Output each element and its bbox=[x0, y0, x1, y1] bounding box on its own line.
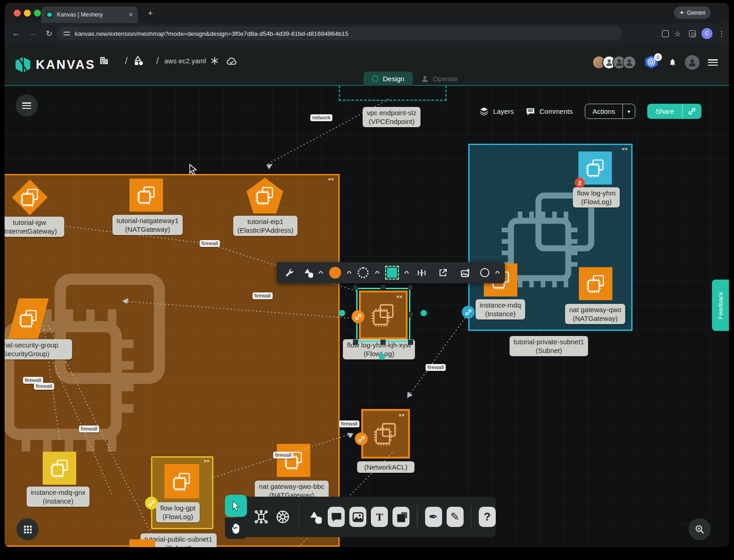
pan-tool-button[interactable] bbox=[225, 518, 247, 539]
notifications-icon[interactable] bbox=[668, 58, 677, 67]
resize-handle[interactable] bbox=[353, 340, 358, 345]
back-icon[interactable]: ← bbox=[11, 29, 21, 38]
resize-handle[interactable] bbox=[353, 285, 358, 290]
kebab-menu-icon[interactable]: ⋮ bbox=[718, 29, 725, 38]
link-badge[interactable] bbox=[462, 306, 475, 319]
address-bar[interactable]: kanvas.new/extension/meshmap?mode=design… bbox=[57, 27, 622, 40]
chevron-up-icon[interactable]: ^ bbox=[495, 269, 500, 276]
forward-icon[interactable]: → bbox=[28, 29, 38, 38]
edge-handle[interactable] bbox=[420, 310, 427, 316]
open-in-new-icon[interactable] bbox=[434, 268, 452, 277]
resize-handle[interactable] bbox=[408, 340, 413, 345]
border-width-icon[interactable] bbox=[412, 268, 431, 278]
tab-title: Kanvas | Meshery bbox=[57, 11, 125, 18]
border-style-icon[interactable] bbox=[355, 267, 371, 278]
node-partial[interactable] bbox=[129, 539, 155, 547]
image-tool-icon[interactable] bbox=[349, 507, 366, 527]
node-nat-gateway-1[interactable] bbox=[129, 179, 163, 212]
pencil-tool-icon[interactable]: ✎ bbox=[447, 507, 464, 527]
edge-handle[interactable] bbox=[379, 353, 385, 360]
fill-color-icon[interactable] bbox=[327, 267, 343, 279]
close-window-button[interactable] bbox=[14, 10, 21, 17]
save-page-icon[interactable] bbox=[662, 30, 669, 37]
tab-design[interactable]: Design bbox=[364, 72, 413, 86]
collapse-icon[interactable]: ✕✕ bbox=[203, 459, 209, 463]
workspace-icon[interactable] bbox=[133, 55, 143, 65]
kanvas-logo[interactable]: KANVAS bbox=[16, 57, 95, 73]
edge-handle[interactable] bbox=[339, 310, 345, 316]
environment-button[interactable]: 0 bbox=[644, 56, 660, 69]
pen-tool-icon[interactable]: ✒ bbox=[425, 507, 442, 527]
comment-tool-icon[interactable] bbox=[328, 507, 345, 527]
shape-color-icon[interactable] bbox=[383, 268, 401, 278]
canvas-menu-button[interactable] bbox=[16, 95, 38, 117]
collapse-icon[interactable]: ✕✕ bbox=[622, 147, 628, 151]
minimize-window-button[interactable] bbox=[24, 10, 31, 17]
chevron-up-icon[interactable]: ^ bbox=[318, 269, 323, 276]
node-nat-gateway-bbc[interactable] bbox=[277, 444, 310, 477]
meshery-favicon bbox=[46, 11, 53, 18]
component-mesh-icon[interactable] bbox=[252, 507, 269, 527]
add-image-icon[interactable] bbox=[455, 268, 475, 278]
chrome-profile-avatar[interactable]: C bbox=[701, 28, 712, 39]
reload-icon[interactable]: ↻ bbox=[44, 29, 54, 39]
chevron-up-icon[interactable]: ^ bbox=[404, 269, 409, 276]
collaborator-avatars[interactable] bbox=[592, 56, 636, 69]
sidepanel-icon[interactable] bbox=[689, 30, 696, 37]
bookmark-star-icon[interactable]: ☆ bbox=[674, 29, 681, 38]
resize-handle[interactable] bbox=[381, 340, 386, 345]
circle-tool-icon[interactable] bbox=[478, 268, 492, 277]
new-tab-button[interactable]: + bbox=[148, 8, 153, 18]
maximize-window-button[interactable] bbox=[34, 10, 41, 17]
actions-button[interactable]: Actions ▾ bbox=[585, 104, 635, 119]
org-icon[interactable] bbox=[99, 55, 109, 65]
resize-handle[interactable] bbox=[408, 312, 413, 317]
resize-handle[interactable] bbox=[408, 285, 413, 290]
selection-border bbox=[356, 288, 410, 342]
share-link-icon[interactable] bbox=[682, 104, 701, 119]
node-instance-gnx[interactable] bbox=[43, 452, 76, 485]
comments-button[interactable]: Comments bbox=[526, 106, 573, 116]
link-badge[interactable] bbox=[145, 497, 158, 510]
node-nat-gateway-qwo[interactable] bbox=[579, 267, 612, 300]
zoom-button[interactable] bbox=[689, 518, 711, 540]
collapse-icon[interactable]: ✕✕ bbox=[396, 295, 402, 299]
shapes-panel-icon[interactable] bbox=[306, 507, 323, 527]
kubernetes-tool-icon[interactable] bbox=[274, 507, 291, 527]
chevron-up-icon[interactable]: ^ bbox=[347, 269, 352, 276]
link-badge[interactable] bbox=[355, 432, 368, 445]
select-tool-button[interactable] bbox=[225, 495, 247, 517]
text-tool-icon[interactable]: T bbox=[371, 507, 388, 527]
edge-label: firewall bbox=[200, 240, 220, 247]
actions-dropdown-icon[interactable]: ▾ bbox=[622, 104, 635, 118]
node-network-acl[interactable]: ✕✕ bbox=[361, 409, 410, 459]
sticky-note-icon[interactable] bbox=[392, 507, 409, 527]
share-button[interactable]: Share bbox=[647, 104, 701, 119]
shortcut-icon[interactable] bbox=[210, 56, 219, 65]
resize-handle[interactable] bbox=[381, 285, 386, 290]
tools-wrench-icon[interactable] bbox=[281, 268, 298, 277]
design-canvas[interactable]: ✕✕ ✕✕ bbox=[5, 86, 729, 547]
header-menu-icon[interactable] bbox=[708, 59, 718, 66]
user-avatar[interactable] bbox=[685, 55, 700, 70]
site-info-icon[interactable] bbox=[63, 31, 70, 36]
kanvas-logo-icon bbox=[16, 57, 30, 73]
connection-count-badge: 0 bbox=[654, 53, 662, 61]
browser-tab[interactable]: Kanvas | Meshery ✕ bbox=[41, 6, 138, 23]
shapes-tool-icon[interactable] bbox=[301, 268, 315, 278]
link-badge[interactable] bbox=[352, 310, 364, 323]
help-button[interactable]: ? bbox=[479, 507, 496, 527]
tab-close-icon[interactable]: ✕ bbox=[129, 11, 133, 18]
collapse-icon[interactable]: ✕✕ bbox=[398, 414, 404, 417]
widgets-button[interactable] bbox=[17, 518, 39, 540]
cloud-sync-icon bbox=[226, 56, 237, 66]
feedback-tab[interactable]: Feedback bbox=[712, 280, 729, 331]
context-toolbar: ^ ^ ^ ^ ^ bbox=[277, 262, 505, 283]
node-flowlog-gpt[interactable] bbox=[164, 464, 199, 498]
design-file-name[interactable]: aws ec2.yaml bbox=[164, 57, 206, 65]
layers-button[interactable]: Layers bbox=[479, 106, 514, 116]
tab-operate[interactable]: Operate bbox=[413, 72, 466, 86]
chevron-up-icon[interactable]: ^ bbox=[375, 269, 380, 276]
gemini-button[interactable]: ✦ Gemini bbox=[674, 6, 711, 19]
collapse-icon[interactable]: ✕✕ bbox=[328, 178, 334, 181]
